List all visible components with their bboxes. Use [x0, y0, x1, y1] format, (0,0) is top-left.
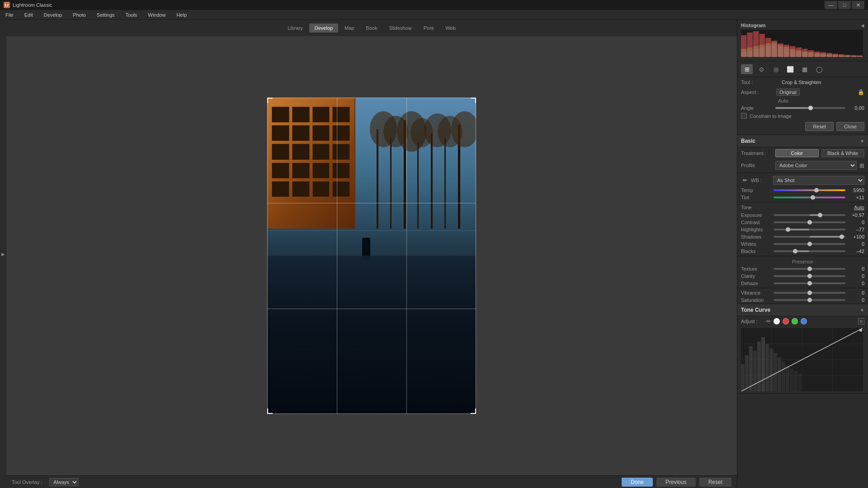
bottom-buttons: Done Previous Reset — [622, 478, 731, 487]
clarity-row: Clarity 0 — [737, 272, 868, 280]
menu-edit[interactable]: Edit — [23, 11, 35, 19]
main: ▶ Library Develop Map Book Slideshow Pri… — [0, 20, 868, 488]
treatment-bw-button[interactable]: Black & White — [821, 149, 865, 157]
tc-dot-blue[interactable] — [801, 318, 807, 324]
highlights-value: –77 — [847, 227, 864, 232]
module-slideshow[interactable]: Slideshow — [384, 23, 417, 33]
aspect-label: Aspect : — [741, 89, 773, 95]
module-web[interactable]: Web — [440, 23, 461, 33]
texture-value: 0 — [847, 266, 864, 272]
temp-slider[interactable] — [774, 189, 845, 191]
divider-2 — [737, 202, 868, 202]
water-reflection — [267, 256, 476, 414]
treatment-color-button[interactable]: Color — [775, 149, 819, 157]
aspect-value-selector[interactable]: Original — [776, 89, 800, 96]
highlights-slider[interactable] — [774, 229, 845, 230]
divider-4 — [737, 288, 868, 288]
contrast-slider[interactable] — [774, 221, 845, 223]
tone-auto-button[interactable]: Auto — [854, 205, 864, 210]
tool-overlay-select[interactable]: Always Never Auto — [49, 478, 79, 486]
tc-adjust-label: Adjust : — [741, 319, 764, 324]
trees-area — [372, 111, 476, 229]
done-button[interactable]: Done — [622, 478, 653, 487]
module-print[interactable]: Print — [418, 23, 439, 33]
tone-curve-header[interactable]: Tone Curve ▼ — [737, 304, 868, 316]
contrast-label: Contrast — [741, 220, 772, 225]
blacks-slider[interactable] — [774, 250, 845, 252]
crop-tool-icon[interactable]: ⊞ — [741, 64, 753, 74]
module-book[interactable]: Book — [361, 23, 383, 33]
clarity-slider[interactable] — [774, 275, 845, 277]
histogram-collapse-icon[interactable]: ◀ — [861, 23, 864, 28]
svg-rect-18 — [790, 369, 793, 391]
wb-label: WB : — [751, 178, 771, 183]
menu-settings[interactable]: Settings — [95, 11, 117, 19]
texture-slider[interactable] — [774, 268, 845, 270]
masking-icon[interactable]: ⬜ — [784, 64, 796, 74]
saturation-slider[interactable] — [774, 299, 845, 301]
titlebar-controls[interactable]: — □ ✕ — [825, 1, 864, 9]
wb-eyedropper-icon[interactable]: ✏ — [741, 176, 749, 184]
module-library[interactable]: Library — [282, 23, 308, 33]
tint-slider[interactable] — [774, 197, 845, 198]
maximize-button[interactable]: □ — [838, 1, 851, 9]
crop-reset-button[interactable]: Reset — [805, 122, 834, 131]
menu-develop[interactable]: Develop — [42, 11, 64, 19]
basic-section-header[interactable]: Basic ▼ — [737, 135, 868, 147]
tc-dot-red[interactable] — [783, 318, 789, 324]
blacks-row: Blacks –42 — [737, 248, 868, 255]
module-develop[interactable]: Develop — [309, 23, 338, 33]
graduated-filter-icon[interactable]: ▦ — [799, 64, 811, 74]
tc-eyedropper-icon[interactable]: ✏ — [766, 318, 771, 324]
tc-dot-green[interactable] — [792, 318, 798, 324]
constrain-checkbox[interactable] — [741, 113, 747, 119]
window-12 — [332, 144, 350, 160]
whites-slider[interactable] — [774, 243, 845, 245]
exposure-slider[interactable] — [774, 214, 845, 216]
profile-label: Profile — [741, 163, 773, 168]
window-3 — [312, 107, 330, 122]
radial-filter-icon[interactable]: ◯ — [813, 64, 825, 74]
crop-close-button[interactable]: Close — [836, 122, 864, 131]
module-map[interactable]: Map — [339, 23, 359, 33]
dehaze-slider[interactable] — [774, 282, 845, 284]
tc-expand-icon[interactable]: ⊞ — [858, 318, 864, 324]
menu-help[interactable]: Help — [175, 11, 189, 19]
photo-background — [267, 98, 476, 414]
left-panel-toggle[interactable]: ▶ — [0, 20, 6, 488]
vibrance-slider[interactable] — [774, 292, 845, 294]
blacks-value: –42 — [847, 249, 864, 254]
reset-bottom-button[interactable]: Reset — [699, 478, 731, 487]
tc-dot-white[interactable] — [774, 318, 780, 324]
menu-photo[interactable]: Photo — [71, 11, 88, 19]
tool-header-row: Tool : Crop & Straighten — [737, 77, 868, 87]
shadows-slider[interactable] — [774, 236, 845, 238]
treatment-row: Treatment : Color Black & White — [737, 147, 868, 159]
lock-icon[interactable]: 🔒 — [858, 89, 864, 95]
window-7 — [312, 125, 330, 141]
constrain-row: Constrain to Image — [737, 112, 868, 120]
menu-window[interactable]: Window — [146, 11, 167, 19]
angle-slider-track[interactable] — [775, 107, 845, 109]
wb-select[interactable]: As Shot Auto Daylight Cloudy Shade Custo… — [773, 176, 864, 185]
svg-rect-10 — [757, 342, 761, 391]
svg-rect-19 — [794, 371, 797, 391]
redeye-icon[interactable]: ◎ — [770, 64, 782, 74]
svg-rect-13 — [769, 348, 773, 391]
tone-curve-title: Tone Curve — [741, 307, 770, 313]
exposure-label: Exposure — [741, 212, 772, 218]
window-18 — [292, 181, 310, 197]
histogram-title: Histogram — [741, 23, 765, 28]
spot-removal-icon[interactable]: ⊙ — [755, 64, 767, 74]
profile-row: Profile Adobe Color Adobe Landscape Adob… — [737, 159, 868, 172]
menu-tools[interactable]: Tools — [124, 11, 139, 19]
menu-file[interactable]: File — [4, 11, 15, 19]
window-11 — [312, 144, 330, 160]
minimize-button[interactable]: — — [825, 1, 837, 9]
svg-rect-15 — [778, 357, 781, 391]
profile-select[interactable]: Adobe Color Adobe Landscape Adobe Portra… — [775, 161, 857, 170]
profile-grid-icon[interactable]: ⊞ — [859, 162, 864, 169]
window-16 — [332, 163, 350, 178]
previous-button[interactable]: Previous — [656, 478, 696, 487]
close-button[interactable]: ✕ — [852, 1, 864, 9]
